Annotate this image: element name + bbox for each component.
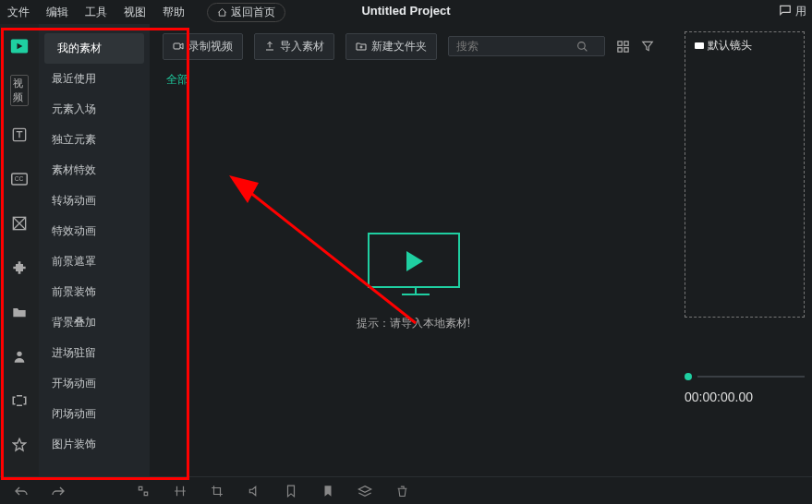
- category-enter-stay[interactable]: 进场驻留: [39, 338, 150, 368]
- camera-icon: [695, 42, 704, 49]
- camera-label-text: 默认镜头: [708, 38, 752, 54]
- menu-bar: 文件 编辑 工具 视图 帮助 返回首页 Untitled Project 用: [0, 0, 812, 24]
- svg-point-5: [17, 352, 21, 356]
- main-area: 视频 CC 我的素材 最近使用 元素入场 独立元素 素材特效 转场动画 特效动画…: [0, 24, 812, 476]
- menu-view[interactable]: 视图: [124, 5, 146, 20]
- search-icon[interactable]: [576, 41, 588, 53]
- preview-camera-label: 默认镜头: [695, 38, 752, 54]
- menu-help[interactable]: 帮助: [163, 5, 185, 20]
- undo-icon[interactable]: [13, 483, 30, 499]
- split-icon[interactable]: [172, 483, 188, 499]
- project-title: Untitled Project: [361, 4, 450, 18]
- grid-view-icon[interactable]: [616, 40, 630, 54]
- category-element-entry[interactable]: 元素入场: [39, 94, 150, 125]
- svg-rect-9: [624, 41, 628, 44]
- rail-plugin-icon[interactable]: [10, 258, 29, 277]
- tab-all[interactable]: 全部: [166, 72, 188, 88]
- category-closing[interactable]: 闭场动画: [39, 399, 150, 429]
- category-fg-decor[interactable]: 前景装饰: [39, 277, 150, 307]
- folder-plus-icon: [356, 41, 367, 52]
- chat-icon[interactable]: [779, 4, 792, 17]
- content-area: 录制视频 导入素材 新建文件夹 全部 提示：请导入本地素材!: [150, 24, 677, 476]
- rail-text-icon[interactable]: [10, 126, 29, 144]
- import-label: 导入素材: [280, 39, 324, 54]
- video-badge: 视频: [10, 75, 29, 106]
- timeline-scrubber[interactable]: [685, 373, 805, 380]
- category-standalone[interactable]: 独立元素: [39, 125, 150, 155]
- rail-effects-icon[interactable]: [10, 214, 29, 233]
- filter-icon[interactable]: [641, 40, 654, 53]
- new-folder-button[interactable]: 新建文件夹: [345, 33, 437, 60]
- empty-state: 提示：请导入本地素材!: [150, 88, 677, 476]
- svg-rect-11: [624, 47, 628, 51]
- home-label: 返回首页: [231, 5, 275, 20]
- search-box[interactable]: [448, 36, 605, 56]
- record-icon: [173, 41, 184, 52]
- cut-icon[interactable]: [135, 483, 151, 499]
- preview-viewport[interactable]: 默认镜头: [685, 31, 805, 318]
- home-icon: [217, 7, 227, 18]
- upload-icon: [264, 41, 275, 52]
- crop-icon[interactable]: [209, 483, 225, 499]
- mark-in-icon[interactable]: [283, 483, 299, 499]
- volume-icon[interactable]: [246, 483, 262, 499]
- menu-file[interactable]: 文件: [7, 5, 30, 20]
- category-fx-anim[interactable]: 特效动画: [39, 216, 150, 246]
- category-transition[interactable]: 转场动画: [39, 186, 150, 216]
- home-button[interactable]: 返回首页: [207, 3, 285, 22]
- category-fg-mask[interactable]: 前景遮罩: [39, 246, 150, 277]
- rail-user-icon[interactable]: [10, 347, 29, 366]
- svg-rect-10: [618, 47, 622, 51]
- preview-panel: 默认镜头 00:00:00.00: [677, 24, 812, 476]
- record-label: 录制视频: [188, 39, 233, 54]
- monitor-icon: [368, 233, 460, 288]
- delete-icon[interactable]: [394, 483, 410, 499]
- category-panel: 我的素材 最近使用 元素入场 独立元素 素材特效 转场动画 特效动画 前景遮罩 …: [39, 24, 150, 476]
- svg-text:CC: CC: [15, 175, 24, 182]
- rail-folder-icon[interactable]: [10, 303, 29, 321]
- category-recent[interactable]: 最近使用: [39, 64, 150, 94]
- category-my-assets[interactable]: 我的素材: [44, 33, 144, 64]
- menubar-right-label: 用: [795, 4, 806, 19]
- rail-star-icon[interactable]: [10, 436, 29, 454]
- play-icon: [406, 251, 423, 271]
- mark-out-icon[interactable]: [320, 483, 336, 499]
- category-opening[interactable]: 开场动画: [39, 368, 150, 399]
- empty-hint: 提示：请导入本地素材!: [357, 316, 470, 331]
- record-button[interactable]: 录制视频: [163, 33, 243, 60]
- redo-icon[interactable]: [50, 483, 67, 499]
- new-folder-label: 新建文件夹: [371, 39, 427, 54]
- rail-caption-icon[interactable]: CC: [10, 170, 29, 188]
- playhead-icon[interactable]: [685, 373, 692, 380]
- svg-point-7: [578, 42, 586, 49]
- rail-frame-icon[interactable]: [10, 391, 29, 410]
- category-image-decor[interactable]: 图片装饰: [39, 429, 150, 460]
- timeline-track[interactable]: [697, 376, 805, 378]
- category-material-fx[interactable]: 素材特效: [39, 155, 150, 186]
- menu-tools[interactable]: 工具: [85, 5, 107, 20]
- import-button[interactable]: 导入素材: [254, 33, 334, 60]
- timecode: 00:00:00.00: [685, 390, 805, 404]
- rail-media-icon[interactable]: [10, 37, 29, 55]
- left-rail: 视频 CC: [0, 24, 39, 476]
- content-toolbar: 录制视频 导入素材 新建文件夹: [150, 24, 677, 68]
- rail-video-tab[interactable]: 视频: [10, 81, 29, 100]
- bottom-bar: [0, 476, 812, 504]
- menu-edit[interactable]: 编辑: [46, 5, 68, 20]
- svg-rect-6: [174, 43, 180, 49]
- category-bg-overlay[interactable]: 背景叠加: [39, 307, 150, 338]
- search-input[interactable]: [456, 40, 576, 53]
- svg-rect-8: [618, 41, 622, 44]
- layers-icon[interactable]: [357, 483, 373, 499]
